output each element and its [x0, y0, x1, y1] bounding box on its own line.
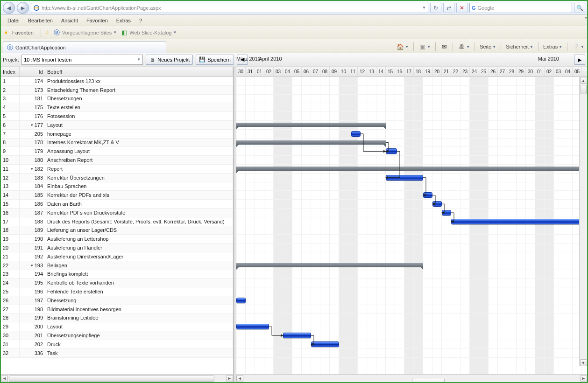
table-row[interactable]: 4175Texte erstellen — [1, 103, 233, 112]
page-tab[interactable]: ⓔ GanttChartApplication — [3, 42, 166, 53]
menu-help[interactable]: ? — [135, 16, 146, 25]
day-header-cell: 07 — [311, 67, 320, 77]
task-bar[interactable] — [236, 324, 269, 329]
expand-toggle-icon[interactable]: ▾ — [31, 123, 33, 127]
col-header-index[interactable]: Index — [1, 67, 20, 77]
search-go-button[interactable]: 🔍 — [574, 3, 585, 13]
projekt-combo[interactable]: 10 :MS Import testen ▼ — [21, 55, 143, 65]
gantt-row — [236, 244, 587, 252]
help-button[interactable]: ❔▼ — [571, 42, 585, 51]
gantt-hscroll[interactable]: ◄ ► — [236, 374, 587, 382]
task-bar[interactable] — [423, 192, 432, 198]
table-row[interactable]: 29200Layout — [1, 322, 233, 331]
table-row[interactable]: 5176Fotosession — [1, 112, 233, 121]
task-bar[interactable] — [451, 219, 582, 224]
col-header-id[interactable]: Id — [20, 67, 45, 77]
save-button[interactable]: 💾 Speichern — [196, 55, 234, 65]
table-row[interactable]: 17188Druck des Reports (Gesamt: Vorstufe… — [1, 217, 233, 226]
url-bar[interactable]: http://www.tb-sl.net/GanttChartApplicati… — [31, 3, 428, 13]
task-bar[interactable] — [283, 333, 311, 338]
new-project-button[interactable]: 🗎 Neues Projekt — [146, 55, 193, 65]
rss-button[interactable]: ▣▼ — [418, 42, 432, 51]
search-placeholder: Google — [478, 5, 494, 11]
menu-favoriten[interactable]: Favoriten — [83, 16, 112, 25]
expand-chevrons-icon[interactable]: » — [584, 15, 587, 20]
fav-link-webslice[interactable]: ◧ Web Slice-Katalog ▼ — [120, 29, 177, 36]
mail-button[interactable]: ✉ — [439, 42, 449, 51]
cell-index: 10 — [1, 156, 20, 164]
table-row[interactable]: 20191Auslieferung an Händler — [1, 244, 233, 252]
refresh-button[interactable]: ↻ — [430, 3, 441, 13]
expand-toggle-icon[interactable]: ▾ — [31, 263, 33, 268]
save-icon: 💾 — [199, 56, 205, 63]
table-row[interactable]: 31202Druck — [1, 340, 233, 349]
table-row[interactable]: 6▾177Layout — [1, 121, 233, 130]
fav-link-suggested[interactable]: ⓔ Vorgeschlagene Sites ▼ — [53, 29, 117, 36]
table-row[interactable]: 10180Anschreiben Report — [1, 156, 233, 165]
add-fav-icon[interactable]: ☆ — [45, 29, 50, 35]
back-button[interactable]: ◄ — [3, 2, 15, 14]
table-row[interactable]: 30201Übersetzungseinpflege — [1, 331, 233, 340]
table-row[interactable]: 8178Internes Korrektorat MK,ZT & V — [1, 139, 233, 147]
table-row[interactable]: 2173Entscheidung Themen Report — [1, 86, 233, 95]
table-row[interactable]: 3181Übersetzungen — [1, 95, 233, 104]
summary-bar[interactable] — [236, 123, 386, 127]
table-row[interactable]: 11▾182Report — [1, 165, 233, 174]
table-row[interactable]: 13184Einbau Sprachen — [1, 182, 233, 191]
expand-toggle-icon[interactable]: ▾ — [31, 167, 33, 171]
table-row[interactable]: 25196Fehlende Texte erstellen — [1, 287, 233, 296]
compat-button[interactable]: ⇄ — [443, 3, 454, 13]
safety-menu[interactable]: Sicherheit▼ — [505, 43, 534, 50]
nav-right-button[interactable]: ▶ — [574, 55, 585, 65]
gantt-vscroll[interactable]: ▲ ▼ — [579, 77, 587, 366]
menu-bearbeiten[interactable]: Bearbeiten — [24, 16, 57, 25]
table-row[interactable]: 23194Briefings komplett — [1, 270, 233, 279]
cell-id: 175 — [20, 103, 45, 111]
menu-datei[interactable]: Datei — [4, 16, 23, 25]
task-bar[interactable] — [236, 298, 246, 303]
task-bar[interactable] — [386, 175, 423, 181]
task-bar[interactable] — [386, 148, 397, 154]
table-row[interactable]: 18189Lieferung an unser Lager/CDS — [1, 226, 233, 235]
table-row[interactable]: 15186Daten an Barth — [1, 200, 233, 209]
table-row[interactable]: 26197Übersetzung — [1, 296, 233, 305]
table-row[interactable]: 19190Auslieferung an Lettershop — [1, 235, 233, 244]
page-menu[interactable]: Seite▼ — [479, 43, 497, 50]
cell-index: 8 — [1, 139, 20, 147]
table-row[interactable]: 16187Korrektur PDFs von Druckvorstufe — [1, 209, 233, 217]
table-row[interactable]: 14185Korrektur der PDFs and xls — [1, 191, 233, 200]
table-row[interactable]: 21192Auslieferung Direktversand/Lager — [1, 252, 233, 261]
home-button[interactable]: 🏠▼ — [396, 42, 410, 51]
cell-id: 180 — [20, 156, 45, 164]
summary-bar[interactable] — [236, 167, 582, 171]
favorites-star-icon[interactable]: ★ — [4, 29, 8, 35]
menu-ansicht[interactable]: Ansicht — [57, 16, 82, 25]
forward-button[interactable]: ► — [17, 2, 29, 14]
stop-button[interactable]: ✕ — [456, 3, 468, 13]
table-row[interactable]: 1174Produktdossiers 123 xx — [1, 77, 233, 86]
task-bar[interactable] — [442, 210, 451, 216]
summary-bar[interactable] — [236, 140, 386, 145]
table-row[interactable]: 28199Brainstorming Leitidee — [1, 314, 233, 323]
task-bar[interactable] — [351, 131, 361, 137]
task-bar[interactable] — [311, 341, 339, 347]
task-bar[interactable] — [432, 201, 442, 207]
grid-hscroll[interactable]: ◄ ► — [1, 374, 233, 382]
favorites-label[interactable]: Favoriten — [12, 30, 34, 35]
menu-extras[interactable]: Extras — [113, 16, 135, 25]
table-row[interactable]: 12183Korrektur Übersetzungen — [1, 174, 233, 182]
table-row[interactable]: 7205homepage — [1, 130, 233, 139]
table-row[interactable]: 24195Kontrolle ob Texte vorhanden — [1, 279, 233, 287]
url-dropdown-icon[interactable]: ▼ — [422, 6, 426, 10]
summary-bar[interactable] — [236, 263, 423, 267]
table-row[interactable]: 9179Anpassung Layout — [1, 147, 233, 156]
search-box[interactable]: G Google — [469, 3, 572, 13]
table-row[interactable]: 22▾193Beilagen — [1, 261, 233, 270]
cell-index: 2 — [1, 86, 20, 94]
print-button[interactable]: 🖶▼ — [457, 42, 471, 51]
table-row[interactable]: 32336Task — [1, 349, 233, 358]
tools-menu[interactable]: Extras▼ — [542, 43, 563, 50]
col-header-betreff[interactable]: Betreff — [45, 67, 233, 77]
table-row[interactable]: 27198Bildmaterial Incentives besorgen — [1, 305, 233, 314]
gantt-row — [236, 95, 587, 104]
